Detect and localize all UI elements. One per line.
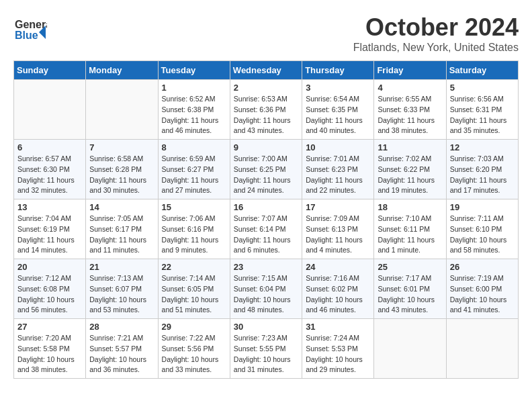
day-number: 22 — [162, 262, 226, 272]
day-number: 13 — [17, 202, 82, 212]
calendar-cell: 7Sunrise: 6:58 AM Sunset: 6:28 PM Daylig… — [86, 140, 158, 199]
day-number: 6 — [17, 142, 82, 152]
day-number: 3 — [306, 83, 370, 93]
day-number: 15 — [162, 202, 226, 212]
calendar-cell: 3Sunrise: 6:54 AM Sunset: 6:35 PM Daylig… — [302, 80, 374, 140]
day-number: 12 — [450, 142, 515, 152]
day-number: 26 — [450, 262, 515, 272]
calendar-cell: 14Sunrise: 7:05 AM Sunset: 6:17 PM Dayli… — [86, 199, 158, 259]
day-info: Sunrise: 7:00 AM Sunset: 6:25 PM Dayligh… — [234, 154, 298, 196]
day-info: Sunrise: 7:13 AM Sunset: 6:07 PM Dayligh… — [89, 273, 154, 316]
day-info: Sunrise: 7:15 AM Sunset: 6:04 PM Dayligh… — [234, 273, 298, 316]
day-info: Sunrise: 7:02 AM Sunset: 6:22 PM Dayligh… — [378, 154, 442, 196]
page-header: General Blue October 2024 Flatlands, New… — [13, 13, 519, 54]
calendar-cell: 23Sunrise: 7:15 AM Sunset: 6:04 PM Dayli… — [230, 259, 302, 319]
calendar-week-5: 27Sunrise: 7:20 AM Sunset: 5:58 PM Dayli… — [14, 319, 519, 379]
day-number: 7 — [89, 142, 154, 152]
logo-icon: General Blue — [13, 13, 47, 47]
day-info: Sunrise: 7:11 AM Sunset: 6:10 PM Dayligh… — [450, 214, 515, 256]
location-title: Flatlands, New York, United States — [353, 42, 519, 54]
day-number: 11 — [378, 142, 442, 152]
day-info: Sunrise: 6:54 AM Sunset: 6:35 PM Dayligh… — [306, 94, 370, 136]
calendar-cell — [374, 319, 446, 379]
day-info: Sunrise: 7:23 AM Sunset: 5:55 PM Dayligh… — [234, 333, 298, 375]
calendar-cell: 5Sunrise: 6:56 AM Sunset: 6:31 PM Daylig… — [446, 80, 518, 140]
calendar-cell: 20Sunrise: 7:12 AM Sunset: 6:08 PM Dayli… — [14, 259, 86, 319]
day-number: 16 — [234, 202, 298, 212]
calendar-week-1: 1Sunrise: 6:52 AM Sunset: 6:38 PM Daylig… — [14, 80, 519, 140]
day-number: 23 — [234, 262, 298, 272]
day-number: 31 — [306, 322, 370, 332]
calendar-cell: 12Sunrise: 7:03 AM Sunset: 6:20 PM Dayli… — [446, 140, 518, 199]
day-info: Sunrise: 7:06 AM Sunset: 6:16 PM Dayligh… — [162, 214, 226, 256]
calendar-body: 1Sunrise: 6:52 AM Sunset: 6:38 PM Daylig… — [14, 80, 519, 379]
day-info: Sunrise: 7:21 AM Sunset: 5:57 PM Dayligh… — [89, 333, 154, 375]
calendar-cell — [446, 319, 518, 379]
day-info: Sunrise: 7:09 AM Sunset: 6:13 PM Dayligh… — [306, 214, 370, 256]
day-number: 24 — [306, 262, 370, 272]
weekday-header-saturday: Saturday — [446, 61, 518, 80]
day-info: Sunrise: 7:10 AM Sunset: 6:11 PM Dayligh… — [378, 214, 442, 256]
day-info: Sunrise: 6:52 AM Sunset: 6:38 PM Dayligh… — [162, 94, 226, 136]
day-number: 10 — [306, 142, 370, 152]
calendar-cell: 8Sunrise: 6:59 AM Sunset: 6:27 PM Daylig… — [158, 140, 230, 199]
day-info: Sunrise: 7:16 AM Sunset: 6:02 PM Dayligh… — [306, 273, 370, 316]
day-number: 21 — [89, 262, 154, 272]
day-info: Sunrise: 7:24 AM Sunset: 5:53 PM Dayligh… — [306, 333, 370, 375]
day-info: Sunrise: 7:19 AM Sunset: 6:00 PM Dayligh… — [450, 273, 515, 316]
day-number: 27 — [17, 322, 82, 332]
calendar-cell: 26Sunrise: 7:19 AM Sunset: 6:00 PM Dayli… — [446, 259, 518, 319]
day-number: 9 — [234, 142, 298, 152]
day-info: Sunrise: 7:12 AM Sunset: 6:08 PM Dayligh… — [17, 273, 82, 316]
day-info: Sunrise: 6:55 AM Sunset: 6:33 PM Dayligh… — [378, 94, 442, 136]
day-info: Sunrise: 6:58 AM Sunset: 6:28 PM Dayligh… — [89, 154, 154, 196]
day-number: 28 — [89, 322, 154, 332]
day-info: Sunrise: 7:05 AM Sunset: 6:17 PM Dayligh… — [89, 214, 154, 256]
weekday-header-tuesday: Tuesday — [158, 61, 230, 80]
day-info: Sunrise: 6:59 AM Sunset: 6:27 PM Dayligh… — [162, 154, 226, 196]
weekday-header-row: SundayMondayTuesdayWednesdayThursdayFrid… — [14, 61, 519, 80]
day-number: 29 — [162, 322, 226, 332]
day-info: Sunrise: 6:57 AM Sunset: 6:30 PM Dayligh… — [17, 154, 82, 196]
day-info: Sunrise: 7:14 AM Sunset: 6:05 PM Dayligh… — [162, 273, 226, 316]
day-number: 25 — [378, 262, 442, 272]
svg-text:General: General — [15, 19, 47, 30]
day-number: 8 — [162, 142, 226, 152]
calendar-week-3: 13Sunrise: 7:04 AM Sunset: 6:19 PM Dayli… — [14, 199, 519, 259]
calendar-cell: 10Sunrise: 7:01 AM Sunset: 6:23 PM Dayli… — [302, 140, 374, 199]
day-info: Sunrise: 7:01 AM Sunset: 6:23 PM Dayligh… — [306, 154, 370, 196]
calendar-week-4: 20Sunrise: 7:12 AM Sunset: 6:08 PM Dayli… — [14, 259, 519, 319]
calendar-cell: 25Sunrise: 7:17 AM Sunset: 6:01 PM Dayli… — [374, 259, 446, 319]
day-info: Sunrise: 7:03 AM Sunset: 6:20 PM Dayligh… — [450, 154, 515, 196]
day-number: 17 — [306, 202, 370, 212]
day-info: Sunrise: 6:56 AM Sunset: 6:31 PM Dayligh… — [450, 94, 515, 136]
day-number: 19 — [450, 202, 515, 212]
day-number: 20 — [17, 262, 82, 272]
day-number: 14 — [89, 202, 154, 212]
day-number: 4 — [378, 83, 442, 93]
calendar-cell: 2Sunrise: 6:53 AM Sunset: 6:36 PM Daylig… — [230, 80, 302, 140]
calendar-cell: 28Sunrise: 7:21 AM Sunset: 5:57 PM Dayli… — [86, 319, 158, 379]
day-number: 5 — [450, 83, 515, 93]
calendar-cell: 11Sunrise: 7:02 AM Sunset: 6:22 PM Dayli… — [374, 140, 446, 199]
weekday-header-monday: Monday — [86, 61, 158, 80]
calendar-cell: 16Sunrise: 7:07 AM Sunset: 6:14 PM Dayli… — [230, 199, 302, 259]
calendar-cell: 22Sunrise: 7:14 AM Sunset: 6:05 PM Dayli… — [158, 259, 230, 319]
calendar-cell — [86, 80, 158, 140]
calendar-week-2: 6Sunrise: 6:57 AM Sunset: 6:30 PM Daylig… — [14, 140, 519, 199]
calendar-table: SundayMondayTuesdayWednesdayThursdayFrid… — [13, 60, 519, 379]
calendar-cell: 21Sunrise: 7:13 AM Sunset: 6:07 PM Dayli… — [86, 259, 158, 319]
day-info: Sunrise: 6:53 AM Sunset: 6:36 PM Dayligh… — [234, 94, 298, 136]
weekday-header-friday: Friday — [374, 61, 446, 80]
day-info: Sunrise: 7:20 AM Sunset: 5:58 PM Dayligh… — [17, 333, 82, 375]
day-info: Sunrise: 7:17 AM Sunset: 6:01 PM Dayligh… — [378, 273, 442, 316]
logo: General Blue — [13, 13, 47, 47]
calendar-cell: 13Sunrise: 7:04 AM Sunset: 6:19 PM Dayli… — [14, 199, 86, 259]
day-info: Sunrise: 7:07 AM Sunset: 6:14 PM Dayligh… — [234, 214, 298, 256]
calendar-cell: 24Sunrise: 7:16 AM Sunset: 6:02 PM Dayli… — [302, 259, 374, 319]
weekday-header-thursday: Thursday — [302, 61, 374, 80]
weekday-header-wednesday: Wednesday — [230, 61, 302, 80]
calendar-cell: 31Sunrise: 7:24 AM Sunset: 5:53 PM Dayli… — [302, 319, 374, 379]
day-number: 2 — [234, 83, 298, 93]
calendar-cell: 19Sunrise: 7:11 AM Sunset: 6:10 PM Dayli… — [446, 199, 518, 259]
